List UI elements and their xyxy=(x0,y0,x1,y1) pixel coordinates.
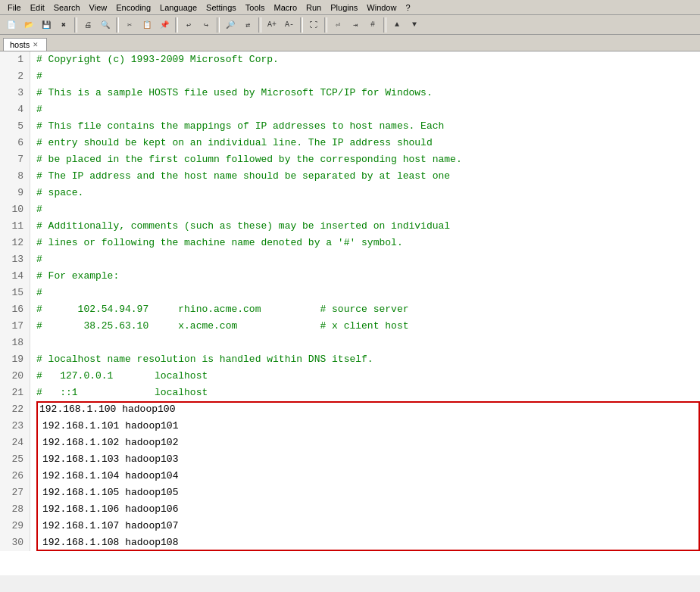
line-number: 22 xyxy=(0,401,30,418)
editor-area[interactable]: 1# Copyright (c) 1993-2009 Microsoft Cor… xyxy=(0,51,700,575)
line-content: # This is a sample HOSTS file used by Mi… xyxy=(30,85,433,101)
table-row: 27192.168.1.105 hadoop105 xyxy=(0,485,700,501)
line-number: 2 xyxy=(0,68,30,85)
line-content: # 127.0.0.1 localhost xyxy=(30,368,208,385)
line-number: 21 xyxy=(0,385,30,401)
line-number: 15 xyxy=(0,285,30,301)
table-row: 16# 102.54.94.97 rhino.acme.com # source… xyxy=(0,301,700,318)
table-row: 4# xyxy=(0,101,700,118)
line-number: 3 xyxy=(0,85,30,101)
paste-button[interactable]: 📌 xyxy=(156,17,173,33)
menu-bar: File Edit Search View Encoding Language … xyxy=(0,0,700,15)
wrap-button[interactable]: ⏎ xyxy=(330,17,346,33)
indent-button[interactable]: ⇥ xyxy=(347,17,364,33)
line-content: # 38.25.63.10 x.acme.com # x client host xyxy=(30,318,408,335)
find-button[interactable]: 🔎 xyxy=(222,17,239,33)
line-number: 7 xyxy=(0,151,30,168)
line-number: 13 xyxy=(0,251,30,268)
line-number: 14 xyxy=(0,268,30,285)
table-row: 22192.168.1.100 hadoop100 xyxy=(0,401,700,418)
table-row: 17# 38.25.63.10 x.acme.com # x client ho… xyxy=(0,318,700,335)
line-content: # This file contains the mappings of IP … xyxy=(30,118,444,135)
menu-run[interactable]: Run xyxy=(302,2,326,13)
table-row: 23192.168.1.101 hadoop101 xyxy=(0,418,700,435)
line-content: 192.168.1.106 hadoop106 xyxy=(36,503,178,515)
zoom-in-button[interactable]: A+ xyxy=(264,17,280,33)
table-row: 1# Copyright (c) 1993-2009 Microsoft Cor… xyxy=(0,51,700,68)
line-number: 29 xyxy=(0,518,30,534)
line-number: 8 xyxy=(0,168,30,185)
sep3 xyxy=(175,17,178,33)
line-number: 4 xyxy=(0,101,30,118)
close-button[interactable]: ✖ xyxy=(55,17,72,33)
save-button[interactable]: 💾 xyxy=(38,17,55,33)
table-row: 2# xyxy=(0,68,700,85)
line-content: 192.168.1.102 hadoop102 xyxy=(36,437,178,448)
fullscreen-button[interactable]: ⛶ xyxy=(305,17,322,33)
table-row: 28192.168.1.106 hadoop106 xyxy=(0,501,700,518)
menu-window[interactable]: Window xyxy=(362,2,401,13)
line-content: # The IP address and the host name shoul… xyxy=(30,168,450,185)
table-row: 20# 127.0.0.1 localhost xyxy=(0,368,700,385)
cut-button[interactable]: ✂ xyxy=(121,17,138,33)
print-preview-button[interactable]: 🔍 xyxy=(97,17,114,33)
menu-file[interactable]: File xyxy=(3,2,26,13)
print-button[interactable]: 🖨 xyxy=(80,17,96,33)
menu-language[interactable]: Language xyxy=(155,2,202,13)
line-number: 25 xyxy=(0,451,30,468)
table-row: 21# ::1 localhost xyxy=(0,385,700,401)
table-row: 9# space. xyxy=(0,185,700,201)
menu-macro[interactable]: Macro xyxy=(269,2,302,13)
line-content: # For example: xyxy=(30,268,119,285)
line-content: 192.168.1.103 hadoop103 xyxy=(36,453,178,465)
line-number: 1 xyxy=(0,51,30,68)
table-row: 25192.168.1.103 hadoop103 xyxy=(0,451,700,468)
line-content: # 102.54.94.97 rhino.acme.com # source s… xyxy=(30,301,408,318)
line-number: 24 xyxy=(0,435,30,451)
zoom-out-button[interactable]: A- xyxy=(281,17,298,33)
table-row: 30192.168.1.108 hadoop108 xyxy=(0,534,700,551)
menu-view[interactable]: View xyxy=(85,2,112,13)
table-row: 14# For example: xyxy=(0,268,700,285)
line-number: 26 xyxy=(0,468,30,485)
line-content: 192.168.1.104 hadoop104 xyxy=(36,470,178,481)
tab-hosts[interactable]: hosts ✕ xyxy=(3,38,47,51)
line-number: 12 xyxy=(0,235,30,251)
table-row: 13# xyxy=(0,251,700,268)
open-button[interactable]: 📂 xyxy=(20,17,37,33)
table-row: 19# localhost name resolution is handled… xyxy=(0,351,700,368)
line-number: 11 xyxy=(0,218,30,235)
redo-button[interactable]: ↪ xyxy=(198,17,214,33)
undo-button[interactable]: ↩ xyxy=(180,17,197,33)
up-button[interactable]: ▲ xyxy=(389,17,405,33)
new-button[interactable]: 📄 xyxy=(3,17,20,33)
menu-help[interactable]: ? xyxy=(401,2,414,13)
copy-button[interactable]: 📋 xyxy=(139,17,155,33)
menu-search[interactable]: Search xyxy=(49,2,85,13)
menu-edit[interactable]: Edit xyxy=(26,2,49,13)
line-content: # localhost name resolution is handled w… xyxy=(30,351,373,368)
down-button[interactable]: ▼ xyxy=(406,17,423,33)
table-row: 24192.168.1.102 hadoop102 xyxy=(0,435,700,451)
line-number: 6 xyxy=(0,135,30,151)
comment-button[interactable]: # xyxy=(364,17,381,33)
line-content: 192.168.1.108 hadoop108 xyxy=(36,537,178,548)
line-content: 192.168.1.101 hadoop101 xyxy=(36,420,178,432)
tab-hosts-label: hosts xyxy=(10,40,30,49)
menu-tools[interactable]: Tools xyxy=(241,2,270,13)
table-row: 7# be placed in the first column followe… xyxy=(0,151,700,168)
tab-close-icon[interactable]: ✕ xyxy=(33,41,39,48)
line-content: # lines or following the machine name de… xyxy=(30,235,403,251)
sep2 xyxy=(116,17,119,33)
table-row: 11# Additionally, comments (such as thes… xyxy=(0,218,700,235)
line-number: 16 xyxy=(0,301,30,318)
line-number: 28 xyxy=(0,501,30,518)
menu-settings[interactable]: Settings xyxy=(202,2,241,13)
menu-plugins[interactable]: Plugins xyxy=(326,2,362,13)
table-row: 12# lines or following the machine name … xyxy=(0,235,700,251)
table-row: 5# This file contains the mappings of IP… xyxy=(0,118,700,135)
menu-encoding[interactable]: Encoding xyxy=(111,2,155,13)
line-number: 20 xyxy=(0,368,30,385)
line-number: 5 xyxy=(0,118,30,135)
replace-button[interactable]: ⇄ xyxy=(239,17,256,33)
